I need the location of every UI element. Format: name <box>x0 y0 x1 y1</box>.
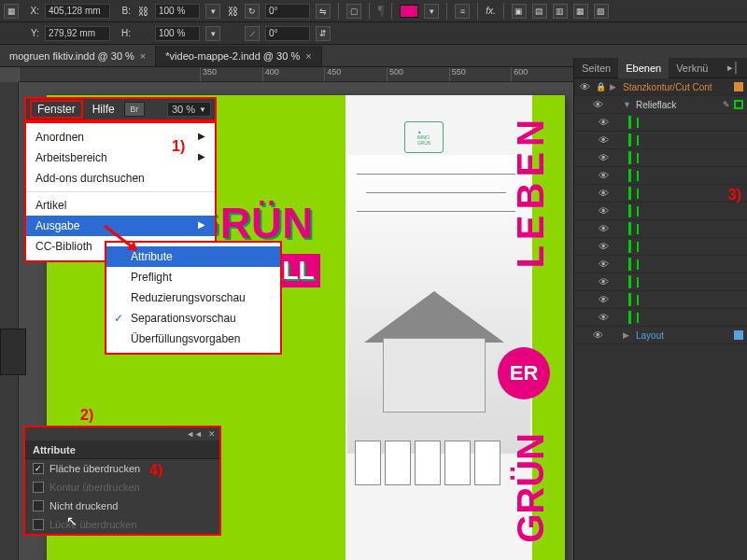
visibility-icon[interactable]: 👁 <box>597 170 610 181</box>
document-tab-active[interactable]: *video-mappe-2.indd @ 30 % × <box>156 46 321 66</box>
layer-item[interactable]: 👁 <box>574 149 747 167</box>
layer-item[interactable]: 👁 <box>574 203 747 220</box>
checkbox-flaeche[interactable] <box>33 463 44 474</box>
selection-box-icon[interactable] <box>637 189 639 199</box>
selection-box-icon[interactable] <box>637 153 639 163</box>
visibility-icon[interactable]: 👁 <box>578 81 591 92</box>
selection-box-icon[interactable] <box>637 295 639 305</box>
chevron-down-icon[interactable]: ▾ <box>205 26 220 41</box>
visibility-icon[interactable]: 👁 <box>597 276 610 287</box>
selection-box-icon[interactable] <box>637 313 639 323</box>
wrap2-icon[interactable]: ▤ <box>532 4 547 19</box>
selection-box-icon[interactable] <box>637 277 639 287</box>
twirl-icon[interactable]: ▶ <box>623 330 632 340</box>
selection-box-icon[interactable] <box>637 118 639 128</box>
close-icon[interactable]: ✕ <box>208 429 216 439</box>
wrap4-icon[interactable]: ▦ <box>573 4 588 19</box>
chevron-down-icon[interactable]: ▼ <box>199 105 206 114</box>
ref-point-icon[interactable]: ▦ <box>4 4 19 19</box>
visibility-icon[interactable]: 👁 <box>591 99 604 110</box>
visibility-icon[interactable]: 👁 <box>597 205 610 217</box>
layer-item[interactable]: 👁 <box>574 185 747 203</box>
wrap5-icon[interactable]: ▧ <box>594 4 609 19</box>
corner-icon[interactable]: ▢ <box>346 4 361 19</box>
visibility-icon[interactable]: 👁 <box>597 241 610 252</box>
tab-verknupfungen[interactable]: Verknü <box>669 58 715 78</box>
shear-icon[interactable]: ⟋ <box>245 26 260 41</box>
link-icon[interactable]: ⛓ <box>136 5 149 18</box>
visibility-icon[interactable]: 👁 <box>597 223 610 234</box>
layer-item[interactable]: 👁 <box>574 256 747 273</box>
wrap-icon[interactable]: ▣ <box>512 4 527 19</box>
rotate-icon[interactable]: ↻ <box>245 4 260 19</box>
collapse-icon[interactable]: ◄◄ <box>186 429 203 439</box>
tab-seiten[interactable]: Seiten <box>574 58 618 78</box>
layer-item[interactable]: 👁 <box>574 132 747 149</box>
visibility-icon[interactable]: 👁 <box>597 259 610 270</box>
close-icon[interactable]: × <box>305 50 311 62</box>
flip-h-icon[interactable]: ⇋ <box>316 4 331 19</box>
scale-h-field[interactable]: 100 % <box>155 26 200 41</box>
x-field[interactable]: 405,128 mm <box>45 4 110 19</box>
zoom-field[interactable]: 30 % ▼ <box>167 102 211 117</box>
visibility-icon[interactable]: 👁 <box>597 188 610 199</box>
wrap3-icon[interactable]: ▥ <box>553 4 568 19</box>
layer-item[interactable]: 👁 <box>574 114 747 132</box>
twirl-icon[interactable]: ▼ <box>623 100 632 109</box>
submenu-item-reduz[interactable]: Reduzierungsvorschau <box>106 287 280 308</box>
layer-item[interactable]: 👁 <box>574 291 747 309</box>
close-icon[interactable]: × <box>140 50 146 62</box>
document-tab[interactable]: mogruen fiktiv.indd @ 30 % × <box>0 46 156 66</box>
attr-flaeche-row[interactable]: Fläche überdrucken <box>25 459 219 478</box>
selection-box-icon[interactable] <box>637 206 639 217</box>
menu-item-arbeitsbereich[interactable]: Arbeitsbereich▶ <box>26 147 215 168</box>
layer-row-layout[interactable]: 👁 ▶ Layout <box>574 327 747 344</box>
shear-field[interactable]: 0° <box>265 26 310 41</box>
selection-box-icon[interactable] <box>637 224 639 234</box>
attr-nichtdr-row[interactable]: Nicht druckend <box>25 497 219 515</box>
paragraph-style-icon[interactable]: ¶ <box>377 4 384 19</box>
layer-item[interactable]: 👁 <box>574 238 747 256</box>
tab-ebenen[interactable]: Ebenen <box>618 58 669 78</box>
selection-box-icon[interactable] <box>637 242 639 252</box>
stroke-weight-icon[interactable]: ≡ <box>455 4 470 19</box>
submenu-item-preflight[interactable]: Preflight <box>106 267 280 287</box>
menu-item-anordnen[interactable]: Anordnen▶ <box>26 127 215 147</box>
layer-row-relief[interactable]: 👁 ▼ Relieflack ✎ <box>574 96 747 114</box>
bridge-icon[interactable]: Br <box>124 102 145 117</box>
submenu-item-sep[interactable]: ✓Separationsvorschau <box>106 308 280 329</box>
selection-box-icon[interactable] <box>637 171 639 181</box>
submenu-item-uberf[interactable]: Überfüllungsvorgaben <box>106 329 280 349</box>
visibility-icon[interactable]: 👁 <box>597 152 610 163</box>
selection-box-icon[interactable] <box>637 135 639 146</box>
visibility-icon[interactable]: 👁 <box>591 329 604 341</box>
link2-icon[interactable]: ⛓ <box>226 5 239 18</box>
layer-item[interactable]: 👁 <box>574 273 747 291</box>
tab-more-icon[interactable]: ▸│ <box>720 58 747 78</box>
rotate-field[interactable]: 0° <box>265 4 310 19</box>
menu-item-artikel[interactable]: Artikel <box>26 195 215 216</box>
fill-swatch[interactable] <box>400 5 418 18</box>
chevron-down-icon[interactable]: ▾ <box>424 4 439 19</box>
layer-row-stanz[interactable]: 👁 🔒 ▶ Stanzkontur/Cut Cont <box>574 78 747 96</box>
menu-item-addons[interactable]: Add-ons durchsuchen <box>26 168 215 189</box>
layer-item[interactable]: 👁 <box>574 220 747 238</box>
layer-item[interactable]: 👁 <box>574 167 747 185</box>
tool-strip[interactable] <box>0 329 26 375</box>
menu-fenster[interactable]: Fenster <box>30 100 83 119</box>
visibility-icon[interactable]: 👁 <box>597 294 610 305</box>
flip-v-icon[interactable]: ⇵ <box>316 26 331 41</box>
twirl-icon[interactable]: ▶ <box>610 82 619 91</box>
scale-w-field[interactable]: 100 % <box>155 4 200 19</box>
menu-hilfe[interactable]: Hilfe <box>85 100 122 119</box>
y-field[interactable]: 279,92 mm <box>45 26 110 41</box>
checkbox-nichtdr[interactable] <box>33 500 44 511</box>
layer-item[interactable]: 👁 <box>574 309 747 327</box>
visibility-icon[interactable]: 👁 <box>597 134 610 146</box>
effects-label[interactable]: fx. <box>486 6 496 16</box>
visibility-icon[interactable]: 👁 <box>597 312 610 323</box>
lock-icon[interactable]: 🔒 <box>595 82 606 91</box>
selection-box-icon[interactable] <box>637 259 639 270</box>
visibility-icon[interactable]: 👁 <box>597 117 610 128</box>
chevron-down-icon[interactable]: ▾ <box>205 4 220 19</box>
